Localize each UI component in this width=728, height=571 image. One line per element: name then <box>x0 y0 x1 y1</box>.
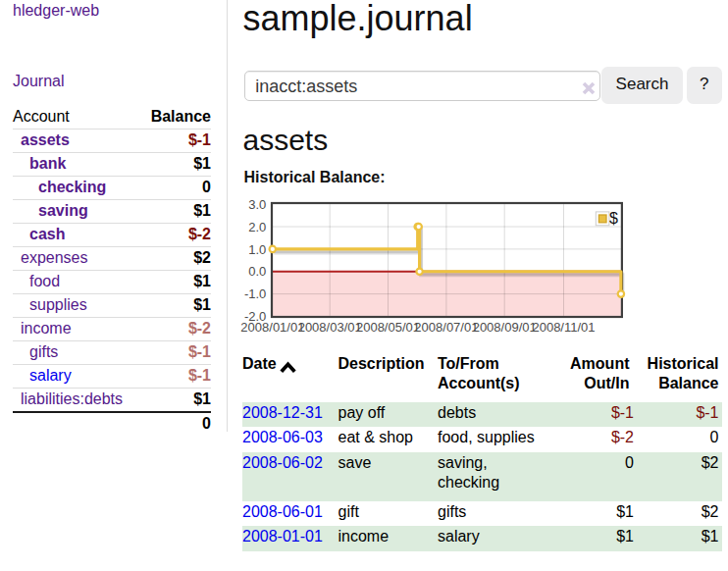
svg-text:2008/11/01: 2008/11/01 <box>532 320 595 335</box>
svg-text:2.0: 2.0 <box>248 220 266 234</box>
svg-text:2008/01/01: 2008/01/01 <box>240 320 304 335</box>
svg-text:-1.0: -1.0 <box>244 286 266 301</box>
svg-text:2008/05/01: 2008/05/01 <box>356 320 420 335</box>
svg-text:$: $ <box>609 210 618 227</box>
svg-text:2008/09/01: 2008/09/01 <box>473 320 537 335</box>
svg-text:1.0: 1.0 <box>248 242 266 257</box>
svg-text:2008/03/01: 2008/03/01 <box>298 320 362 335</box>
svg-text:2008/07/01: 2008/07/01 <box>414 320 478 335</box>
svg-text:3.0: 3.0 <box>248 197 266 212</box>
svg-text:0.0: 0.0 <box>248 264 266 279</box>
